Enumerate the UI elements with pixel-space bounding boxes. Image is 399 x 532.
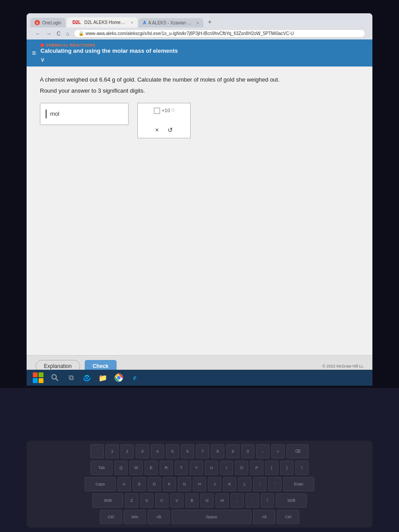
key-lctrl[interactable]: Ctrl [100, 510, 122, 524]
key-5[interactable]: 5 [166, 444, 179, 458]
key-rshift[interactable]: Shift [276, 493, 307, 508]
key-rctrl[interactable]: Ctrl [277, 510, 299, 524]
key-m[interactable]: M [215, 493, 229, 508]
key-tab[interactable]: Tab [90, 461, 113, 475]
ie-icon: e [130, 373, 139, 382]
key-k[interactable]: K [223, 477, 236, 491]
key-backspace[interactable]: ⌫ [286, 444, 309, 458]
key-j[interactable]: J [208, 477, 221, 491]
key-g[interactable]: G [178, 477, 191, 491]
answer-input-box[interactable]: mol [40, 103, 129, 125]
key-enter[interactable]: Enter [283, 477, 314, 491]
edge-button[interactable] [80, 372, 94, 384]
aleks-favicon: A [143, 20, 146, 25]
key-7[interactable]: 7 [196, 444, 209, 458]
chrome-button[interactable] [112, 372, 126, 384]
key-q[interactable]: Q [114, 461, 128, 475]
key-lshift[interactable]: Shift [92, 493, 123, 508]
key-comma[interactable]: , [231, 493, 244, 508]
sci-checkbox[interactable] [154, 108, 160, 114]
key-r[interactable]: R [160, 461, 173, 475]
key-3[interactable]: 3 [136, 444, 149, 458]
key-i[interactable]: I [220, 461, 233, 475]
key-h[interactable]: H [193, 477, 206, 491]
key-y[interactable]: Y [190, 461, 203, 475]
tab-d2l-close[interactable]: × [131, 20, 133, 25]
start-button[interactable] [30, 371, 46, 385]
win-sq-4 [39, 378, 43, 383]
aleks-header: ≡ CHEMICAL REACTIONS Calculating and usi… [27, 39, 372, 66]
key-s[interactable]: S [133, 477, 146, 491]
ie-button[interactable]: e [128, 372, 142, 384]
monitor: 1 OneLogin D2L D2L ALEKS Homework - CHM1… [27, 13, 372, 377]
key-lbracket[interactable]: [ [265, 461, 278, 475]
url-text: www-awa.aleks.com/alekscgi/x/lsl.exe/1o_… [86, 31, 294, 36]
key-slash[interactable]: / [261, 493, 274, 508]
key-e[interactable]: E [145, 461, 158, 475]
key-6[interactable]: 6 [181, 444, 194, 458]
key-minus[interactable]: - [256, 444, 270, 458]
key-lalt[interactable]: Alt [148, 510, 170, 524]
task-view-button[interactable]: ⧉ [64, 372, 78, 384]
key-semicolon[interactable]: ; [253, 477, 266, 491]
chevron-down-icon[interactable]: ∨ [40, 56, 178, 63]
onelogin-favicon: 1 [35, 20, 40, 25]
tab-aleks-label: A ALEKS - Xzavian Patrick - Learn [149, 20, 193, 25]
tab-onelogin[interactable]: 1 OneLogin [30, 18, 66, 27]
key-w[interactable]: W [129, 461, 143, 475]
key-win[interactable]: Win [124, 510, 146, 524]
refresh-button[interactable]: C [55, 30, 63, 38]
key-caps[interactable]: Caps [85, 477, 116, 491]
key-quote[interactable]: ' [268, 477, 282, 491]
url-bar[interactable]: 🔒 www-awa.aleks.com/alekscgi/x/lsl.exe/1… [74, 29, 365, 38]
tab-d2l-aleks[interactable]: D2L D2L ALEKS Homework - CHM1045 Ge × [66, 17, 137, 27]
files-button[interactable]: 📁 [96, 372, 110, 384]
forward-button[interactable]: → [44, 30, 53, 38]
key-1[interactable]: 1 [106, 444, 119, 458]
tab-aleks-close[interactable]: × [197, 21, 199, 25]
key-backslash[interactable]: \ [295, 461, 309, 475]
key-4[interactable]: 4 [151, 444, 164, 458]
key-2[interactable]: 2 [121, 444, 134, 458]
search-button[interactable] [48, 372, 62, 384]
search-icon [51, 373, 59, 382]
key-z[interactable]: Z [125, 493, 138, 508]
back-button[interactable]: ← [34, 30, 43, 38]
key-rbracket[interactable]: ] [280, 461, 293, 475]
key-u[interactable]: U [205, 461, 218, 475]
copyright-text: © 2022 McGraw Hill LL [322, 364, 364, 368]
key-p[interactable]: P [250, 461, 263, 475]
key-o[interactable]: O [235, 461, 248, 475]
key-l[interactable]: L [238, 477, 251, 491]
key-x[interactable]: X [140, 493, 153, 508]
sci-x10-label: ×10 [162, 108, 170, 113]
key-f[interactable]: F [163, 477, 176, 491]
key-n[interactable]: N [200, 493, 214, 508]
key-row-1: ` 1 2 3 4 5 6 7 8 9 0 - = ⌫ [30, 444, 369, 458]
key-t[interactable]: T [175, 461, 188, 475]
key-backtick[interactable]: ` [90, 444, 104, 458]
key-space[interactable]: Space [172, 510, 251, 524]
key-a[interactable]: A [117, 477, 131, 491]
key-v[interactable]: V [170, 493, 184, 508]
key-d[interactable]: D [148, 477, 161, 491]
key-period[interactable]: . [246, 493, 259, 508]
home-button[interactable]: ⌂ [64, 30, 71, 38]
key-8[interactable]: 8 [211, 444, 224, 458]
new-tab-button[interactable]: + [204, 16, 215, 27]
answer-area: mol ×10 □ × ↺ [40, 103, 359, 138]
question-line1: A chemist weighed out 6.64 g of gold. Ca… [40, 75, 359, 85]
d2l-favicon: D2L [71, 20, 82, 25]
tab-aleks-learn[interactable]: A A ALEKS - Xzavian Patrick - Learn × [138, 18, 203, 27]
sci-undo-button[interactable]: ↺ [168, 126, 173, 133]
key-equals[interactable]: = [271, 444, 285, 458]
key-ralt[interactable]: Alt [253, 510, 275, 524]
sci-clear-button[interactable]: × [155, 126, 159, 133]
question-line2: Round your answer to 3 significant digit… [40, 87, 359, 94]
key-b[interactable]: B [185, 493, 199, 508]
key-0[interactable]: 0 [241, 444, 254, 458]
key-c[interactable]: C [155, 493, 168, 508]
key-row-2: Tab Q W E R T Y U I O P [ ] \ [30, 461, 369, 475]
hamburger-menu[interactable]: ≡ [32, 49, 36, 57]
key-9[interactable]: 9 [226, 444, 239, 458]
